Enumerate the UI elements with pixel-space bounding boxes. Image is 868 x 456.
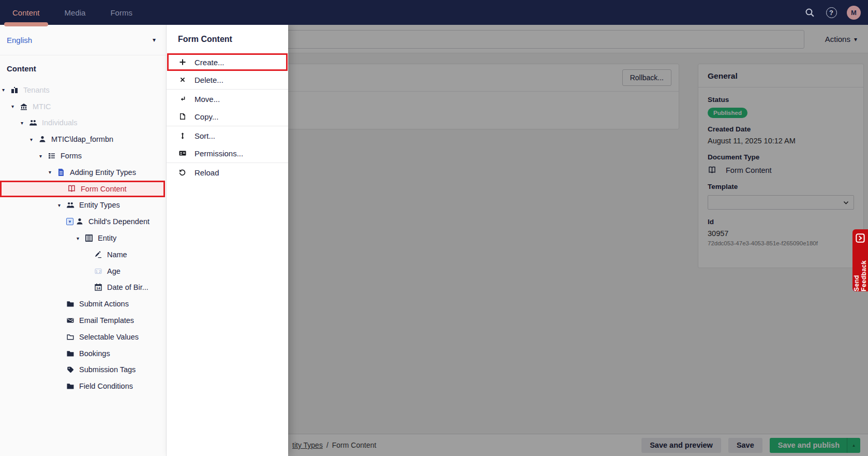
tag-icon [66, 365, 74, 374]
tree-item-individuals[interactable]: ▾Individuals [0, 115, 166, 131]
close-icon [178, 76, 187, 84]
tab-label: Content [12, 8, 40, 17]
menu-item-label: Copy... [194, 112, 218, 121]
user-icon [38, 135, 47, 144]
avatar[interactable]: M [847, 6, 861, 20]
menu-item-copy[interactable]: Copy... [167, 108, 288, 125]
tree-item-mtic[interactable]: ▾MTIC [0, 98, 166, 115]
tree-item-age[interactable]: 1 2Age [0, 263, 166, 280]
tree-item-label: Age [107, 267, 121, 275]
bank-icon [19, 102, 28, 111]
tree-item-label: Email Templates [79, 316, 134, 325]
tree-item-label: Submission Tags [79, 365, 136, 374]
svg-text:14: 14 [96, 287, 100, 290]
language-dropdown[interactable]: English ▾ [0, 25, 166, 55]
tree-item-entity[interactable]: ▾Entity [0, 230, 166, 246]
menu-item-permissions[interactable]: Permissions... [167, 144, 288, 162]
menu-item-sort[interactable]: Sort... [167, 127, 288, 144]
tree-item-label: Individuals [42, 119, 78, 127]
menu-item-label: Create... [194, 58, 225, 67]
content-sidebar: English ▾ Content ▾Tenants▾MTIC▾Individu… [0, 25, 167, 456]
tab-forms[interactable]: Forms [98, 0, 145, 25]
tree-item-tenants[interactable]: ▾Tenants [0, 82, 166, 98]
tree-item-label: Selectable Values [79, 333, 139, 341]
tree-item-adding-entity-types[interactable]: ▾Adding Entity Types [0, 164, 166, 181]
tree-item-form-content[interactable]: Form Content [0, 181, 165, 197]
tree-item-child-s-dependent[interactable]: ▾Child's Dependent [0, 213, 166, 230]
tree-item-label: Bookings [79, 349, 110, 358]
tree-item-entity-types[interactable]: ▾Entity Types [0, 197, 166, 214]
folder-icon [66, 382, 74, 391]
tree-item-label: Submit Actions [79, 300, 129, 308]
tree-item-label: MTIC [33, 102, 51, 111]
permissions-icon [178, 149, 187, 158]
document-blue-icon [56, 168, 65, 176]
tree-item-label: Entity Types [79, 201, 120, 209]
move-icon [178, 95, 187, 104]
section-tabs: ContentMediaForms [0, 0, 145, 25]
help-question-glyph: ? [826, 7, 837, 18]
tab-media[interactable]: Media [52, 0, 98, 25]
chevron-down-icon[interactable]: ▾ [30, 137, 38, 142]
tree-item-submit-actions[interactable]: Submit Actions [0, 296, 166, 312]
tree-item-label: Forms [61, 152, 82, 160]
chevron-down-icon[interactable]: ▾ [2, 87, 10, 93]
grid-icon [84, 234, 93, 243]
menu-divider [167, 126, 288, 126]
calendar-icon: 14 [94, 283, 102, 292]
tree-item-date-of-bir[interactable]: 14Date of Bir... [0, 280, 166, 296]
chevron-down-icon[interactable]: ▾ [11, 104, 19, 109]
folder-icon [66, 300, 74, 308]
tab-label: Media [65, 8, 86, 17]
user-icon [75, 217, 84, 226]
menu-item-reload[interactable]: Reload [167, 164, 288, 181]
menu-item-label: Move... [194, 95, 220, 104]
users-icon [28, 119, 37, 127]
chevron-down-icon: ▾ [153, 36, 156, 43]
menu-divider [167, 89, 288, 90]
menu-divider [167, 163, 288, 163]
folder-icon [66, 349, 74, 358]
tab-label: Forms [110, 8, 132, 17]
tree-item-label: Adding Entity Types [70, 168, 136, 176]
copy-icon [178, 112, 187, 121]
tree-item-field-conditions[interactable]: Field Conditions [0, 378, 166, 394]
help-icon[interactable]: ? [825, 6, 837, 19]
number-icon: 1 2 [94, 267, 102, 275]
folder-open-icon [66, 332, 74, 341]
chevron-down-icon[interactable]: ▾ [58, 202, 66, 208]
content-tree: ▾Tenants▾MTIC▾Individuals▾MTIC\ldap_form… [0, 82, 166, 456]
book-icon [67, 184, 76, 193]
send-feedback-tab[interactable]: Send Feedback [852, 229, 868, 291]
tree-item-email-templates[interactable]: Email Templates [0, 312, 166, 329]
menu-item-delete[interactable]: Delete... [167, 71, 288, 89]
tree-item-mtic-ldap-formbn[interactable]: ▾MTIC\ldap_formbn [0, 131, 166, 148]
menu-item-move[interactable]: Move... [167, 90, 288, 108]
expander-checkbox-icon[interactable]: ▾ [66, 218, 73, 225]
language-label: English [7, 36, 32, 45]
list-icon [47, 152, 56, 160]
tree-item-label: Form Content [81, 185, 127, 193]
tree-item-label: Field Conditions [79, 382, 133, 390]
chevron-down-icon[interactable]: ▾ [77, 236, 84, 241]
tree-item-forms[interactable]: ▾Forms [0, 148, 166, 164]
tree-item-label: Entity [98, 234, 116, 242]
email-icon [66, 316, 74, 325]
tree-item-bookings[interactable]: Bookings [0, 345, 166, 362]
active-tab-indicator [4, 22, 48, 26]
tree-item-label: MTIC\ldap_formbn [51, 135, 113, 143]
context-menu: Form Content Create...Delete...Move...Co… [167, 25, 288, 456]
tree-item-label: Tenants [23, 86, 50, 94]
menu-item-create[interactable]: Create... [167, 53, 288, 71]
pencil-icon [94, 250, 102, 259]
menu-item-label: Sort... [194, 131, 215, 140]
chevron-down-icon[interactable]: ▾ [21, 120, 28, 126]
tree-item-selectable-values[interactable]: Selectable Values [0, 329, 166, 345]
search-icon[interactable] [803, 6, 816, 19]
chevron-down-icon[interactable]: ▾ [39, 153, 47, 159]
tree-item-name[interactable]: Name [0, 246, 166, 263]
tree-item-submission-tags[interactable]: Submission Tags [0, 362, 166, 378]
tab-content[interactable]: Content [0, 0, 52, 25]
menu-item-label: Reload [194, 168, 219, 177]
chevron-down-icon[interactable]: ▾ [49, 169, 56, 175]
